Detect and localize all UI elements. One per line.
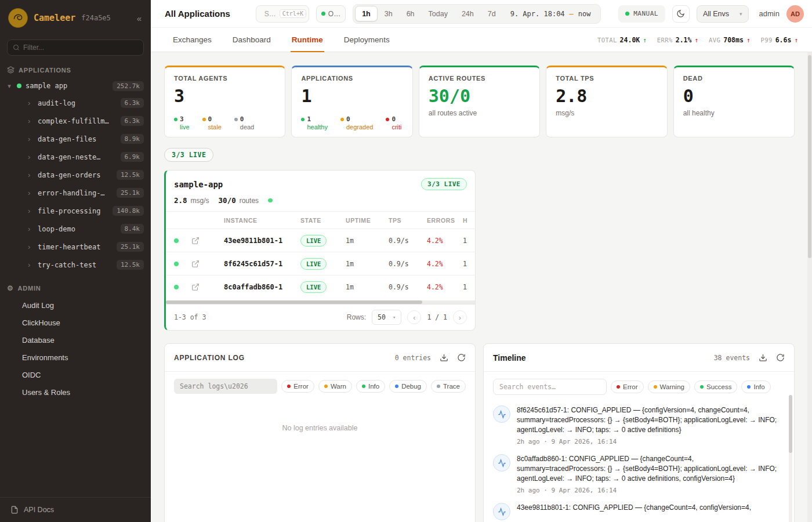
chevron-right-icon[interactable]: › — [28, 135, 34, 143]
sidebar-collapse-icon[interactable]: « — [135, 12, 144, 24]
scrollbar-thumb[interactable] — [789, 395, 792, 453]
online-status-text: O… — [328, 10, 340, 18]
tab-deployments[interactable]: Deployments — [343, 28, 391, 52]
external-link-icon[interactable] — [191, 283, 224, 291]
time-range-1h[interactable]: 1h — [355, 6, 378, 21]
sidebar-filter-input[interactable] — [23, 44, 138, 52]
sidebar-item-route[interactable]: › loop-demo 8.4k — [0, 220, 151, 238]
sidebar-item-users-roles[interactable]: Users & Roles — [0, 383, 151, 401]
time-range-7d[interactable]: 7d — [481, 6, 503, 21]
filter-chip-error[interactable]: Error — [281, 380, 314, 393]
chevron-right-icon[interactable]: › — [28, 224, 34, 233]
sidebar: Cameleer f24a5e5 « APPLICATIONS ▾ sample… — [0, 0, 151, 522]
chevron-right-icon[interactable]: › — [28, 99, 34, 107]
gray-dot-icon — [437, 385, 440, 388]
health-dot — [268, 198, 273, 202]
environment-select-value: All Envs — [703, 10, 729, 18]
sidebar-header: Cameleer f24a5e5 « — [0, 0, 151, 34]
sidebar-item-route[interactable]: › timer-heartbeat 25.1k — [0, 238, 151, 256]
online-status-pill[interactable]: O… — [316, 5, 346, 23]
chevron-right-icon[interactable]: › — [28, 188, 34, 197]
timeline-event[interactable]: 8f6245c61d57-1: CONFIG_APPLIED — {config… — [493, 405, 781, 445]
gray-dot-icon — [234, 118, 238, 121]
sidebar-item-database[interactable]: Database — [0, 331, 151, 349]
log-search-input[interactable] — [174, 379, 277, 394]
tab-runtime[interactable]: Runtime — [291, 28, 324, 52]
sidebar-item-sample-app[interactable]: ▾ sample app 252.7k — [0, 78, 151, 94]
time-range-today[interactable]: Today — [422, 6, 455, 21]
external-link-icon[interactable] — [191, 260, 224, 268]
table-row[interactable]: 8f6245c61d57-1 LIVE 1m 0.9/s 4.2% 1 — [166, 252, 475, 275]
column-state: STATE — [300, 217, 346, 224]
table-row[interactable]: 8c0affadb860-1 LIVE 1m 0.9/s 4.2% 1 — [166, 275, 475, 298]
chevron-down-icon[interactable]: ▾ — [6, 82, 13, 90]
chevron-right-icon[interactable]: › — [28, 171, 34, 179]
sidebar-filter[interactable] — [7, 39, 144, 56]
scrollbar-thumb[interactable] — [166, 300, 422, 304]
column-uptime: UPTIME — [346, 217, 389, 224]
sidebar-item-clickhouse[interactable]: ClickHouse — [0, 314, 151, 331]
timeline-event[interactable]: 43ee9811b801-1: CONFIG_APPLIED — {change… — [493, 503, 781, 520]
chevron-right-icon[interactable]: › — [28, 242, 34, 251]
global-search[interactable]: S… Ctrl+K — [256, 5, 309, 23]
download-icon[interactable] — [440, 353, 448, 362]
filter-chip-info[interactable]: Info — [356, 380, 385, 393]
manual-refresh-button[interactable]: MANUAL — [618, 5, 665, 23]
scrollbar-thumb[interactable] — [808, 55, 811, 258]
rows-per-page-label: Rows: — [347, 313, 366, 321]
filter-chip-trace[interactable]: Trace — [431, 380, 466, 393]
time-range-6h[interactable]: 6h — [400, 6, 422, 21]
instance-table-header: INSTANCE STATE UPTIME TPS ERRORS H — [166, 212, 475, 229]
sidebar-item-route[interactable]: › audit-log 6.3k — [0, 94, 151, 112]
filter-chip-warn[interactable]: Warn — [318, 380, 352, 393]
application-card-stats: 2.8 msg/s 30/0 routes — [166, 195, 475, 212]
refresh-icon[interactable] — [776, 353, 785, 362]
live-summary-chip[interactable]: 3/3 LIVE — [164, 148, 213, 162]
filter-chip-success[interactable]: Success — [694, 380, 737, 393]
filter-chip-warning[interactable]: Warning — [648, 380, 690, 393]
cameleer-logo-icon — [8, 8, 28, 28]
timeline-search-input[interactable] — [493, 379, 607, 395]
sidebar-item-route[interactable]: › data-gen-files 8.9k — [0, 130, 151, 148]
page-scrollbar[interactable] — [807, 52, 812, 522]
sidebar-item-route[interactable]: › error-handling-… 25.1k — [0, 184, 151, 202]
timeline-scrollbar[interactable] — [789, 395, 792, 522]
time-range-3h[interactable]: 3h — [378, 6, 400, 21]
environment-select[interactable]: All Envs ▾ — [697, 5, 749, 23]
tab-exchanges[interactable]: Exchanges — [172, 28, 213, 52]
sidebar-item-route[interactable]: › complex-fulfillm… 6.3k — [0, 112, 151, 130]
dark-mode-toggle[interactable] — [672, 5, 690, 23]
date-range-display[interactable]: 9. Apr. 18:04 — now — [503, 10, 599, 18]
rows-per-page-select[interactable]: 50 ▾ — [372, 310, 401, 325]
prev-page-button[interactable]: ‹ — [407, 310, 421, 324]
timeline-event[interactable]: 8c0affadb860-1: CONFIG_APPLIED — {change… — [493, 454, 781, 494]
external-link-icon[interactable] — [191, 237, 224, 245]
api-docs-link[interactable]: API Docs — [0, 497, 151, 522]
sidebar-item-route[interactable]: › data-gen-orders 12.5k — [0, 166, 151, 184]
chevron-right-icon[interactable]: › — [28, 260, 34, 269]
filter-chip-debug[interactable]: Debug — [389, 380, 427, 393]
table-row[interactable]: 43ee9811b801-1 LIVE 1m 0.9/s 4.2% 1 — [166, 229, 475, 252]
sidebar-item-environments[interactable]: Environments — [0, 349, 151, 366]
sidebar-item-oidc[interactable]: OIDC — [0, 366, 151, 383]
avatar[interactable]: AD — [786, 5, 804, 23]
filter-chip-error[interactable]: Error — [611, 380, 644, 393]
stat-cards-row: TOTAL AGENTS 3 3 live 0 stale 0 — [164, 66, 795, 137]
horizontal-scrollbar[interactable] — [166, 300, 475, 304]
filter-chip-info[interactable]: Info — [741, 380, 770, 393]
next-page-button[interactable]: › — [453, 310, 467, 324]
sidebar-item-route[interactable]: › try-catch-test 12.5k — [0, 256, 151, 274]
metric-label: P99 — [761, 37, 773, 44]
metric-value: 2.1% — [676, 36, 692, 44]
tabbar: Exchanges Dashboard Runtime Deployments … — [151, 28, 812, 52]
chevron-right-icon[interactable]: › — [28, 117, 34, 125]
sidebar-item-route[interactable]: › file-processing 140.8k — [0, 202, 151, 220]
chevron-right-icon[interactable]: › — [28, 153, 34, 161]
sidebar-item-audit-log[interactable]: Audit Log — [0, 296, 151, 314]
sidebar-item-route[interactable]: › data-gen-neste… 6.9k — [0, 148, 151, 166]
refresh-icon[interactable] — [457, 353, 466, 362]
tab-dashboard[interactable]: Dashboard — [231, 28, 272, 52]
download-icon[interactable] — [759, 353, 767, 362]
time-range-24h[interactable]: 24h — [455, 6, 481, 21]
chevron-right-icon[interactable]: › — [28, 206, 34, 215]
